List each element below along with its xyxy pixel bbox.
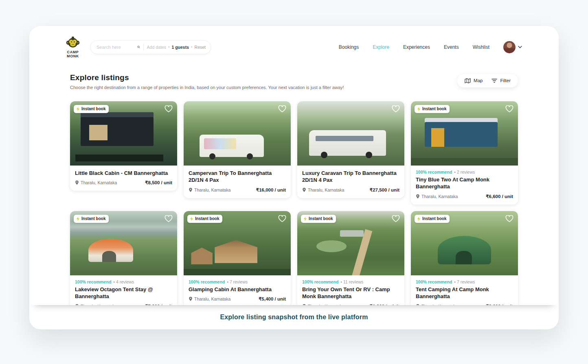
search-input[interactable] (97, 45, 134, 50)
nav-experiences[interactable]: Experiences (403, 44, 430, 50)
separator-dot: • (191, 45, 193, 49)
heart-icon (392, 215, 400, 222)
listing-image[interactable]: Instant book (411, 101, 518, 166)
lightning-icon (190, 216, 193, 221)
nav-wishlist[interactable]: Wishlist (473, 44, 489, 50)
instant-book-label: Instant book (195, 216, 219, 221)
listing-location-text: Tharalu, Karnataka (81, 304, 117, 305)
account-menu[interactable] (503, 41, 522, 53)
location-pin-icon (416, 304, 420, 305)
search-meta: Add dates • 1 guests • Reset (147, 45, 206, 50)
nav-bookings[interactable]: Bookings (339, 44, 359, 50)
listing-title[interactable]: Little Black Cabin - CM Bannerghatta (75, 170, 172, 177)
filter-icon (491, 78, 497, 83)
heart-icon (165, 105, 173, 113)
listing-image[interactable]: Instant book (411, 211, 518, 275)
heart-icon (505, 105, 513, 113)
main-panel: CAMP MONK Add dates • 1 guests • Reset (29, 26, 559, 329)
listing-location-text: Tharalu, Karnataka (308, 304, 344, 305)
map-button[interactable]: Map (465, 78, 483, 83)
listing-title[interactable]: Tiny Blue Two At Camp Monk Bannerghatta (416, 176, 513, 190)
listing-location: Tharalu, Karnataka (189, 187, 230, 192)
listing-image[interactable]: Instant book (70, 101, 177, 166)
heart-icon (165, 215, 173, 222)
instant-book-badge: Instant book (187, 215, 222, 223)
image-detail (431, 128, 444, 147)
recommend-text: 100% recommend (416, 170, 452, 174)
logo-wordmark: CAMP MONK (67, 50, 79, 59)
listing-image[interactable] (297, 101, 404, 166)
listing-location-text: Tharalu, Karnataka (81, 180, 117, 185)
wishlist-heart-button[interactable] (277, 214, 287, 225)
listing-details: 100% recommend • 7 reviews Tent Camping … (411, 275, 518, 305)
lightning-icon (76, 107, 80, 111)
listing-title[interactable]: Lakeview Octagon Tent Stay @ Bannerghatt… (75, 286, 172, 300)
instant-book-label: Instant book (81, 216, 105, 221)
location-price-row: Tharalu, Karnataka ₹7,200 / unit (75, 303, 172, 305)
header: CAMP MONK Add dates • 1 guests • Reset (29, 26, 559, 59)
listing-image[interactable]: Instant book (184, 211, 291, 275)
listing-price: ₹1,200 / adult (370, 303, 399, 305)
listing-image[interactable]: Instant book (297, 211, 404, 275)
listing-location: Tharalu, Karnataka (75, 180, 117, 185)
listing-price: ₹27,500 / unit (370, 187, 399, 193)
listing-location: Tharalu, Karnataka (302, 187, 344, 192)
listing-title[interactable]: Bring Your Own Tent Or RV : Camp Monk Ba… (302, 286, 399, 300)
location-price-row: Tharalu, Karnataka ₹5,400 / unit (189, 296, 286, 302)
wishlist-heart-button[interactable] (164, 105, 173, 115)
wishlist-heart-button[interactable] (391, 214, 401, 225)
reset-button[interactable]: Reset (195, 45, 206, 50)
location-price-row: Tharalu, Karnataka ₹1,200 / adult (302, 303, 399, 305)
listing-price: ₹7,200 / unit (145, 303, 172, 305)
listing-card[interactable]: Instant book 100% recommend • 4 reviews … (70, 211, 177, 305)
map-icon (465, 78, 471, 83)
recommend-line: 100% recommend • 4 reviews (75, 279, 172, 284)
wishlist-heart-button[interactable] (505, 214, 514, 225)
location-pin-icon (416, 194, 420, 199)
page-subtitle: Choose the right destination from a rang… (70, 85, 344, 90)
section-header: Explore listings Choose the right destin… (29, 59, 559, 90)
nav-explore[interactable]: Explore (373, 44, 389, 50)
search-bar[interactable]: Add dates • 1 guests • Reset (90, 40, 211, 54)
heart-icon (278, 105, 286, 113)
listing-card[interactable]: Campervan Trip To Bannerghatta 2D/1N 4 P… (184, 101, 291, 198)
listing-card[interactable]: Instant book Little Black Cabin - CM Ban… (70, 101, 177, 191)
listing-title[interactable]: Tent Camping At Camp Monk Bannerghatta (416, 286, 513, 300)
map-button-label: Map (474, 78, 483, 83)
wishlist-heart-button[interactable] (277, 105, 287, 115)
listing-image[interactable]: Instant book (70, 211, 177, 275)
nav-events[interactable]: Events (444, 44, 459, 50)
location-pin-icon (75, 180, 79, 185)
reviews-text: • 2 reviews (454, 170, 475, 174)
listing-card[interactable]: Instant book 100% recommend • 11 reviews… (297, 211, 404, 305)
lightning-icon (76, 216, 80, 221)
wishlist-heart-button[interactable] (391, 105, 401, 115)
listing-card[interactable]: Instant book 100% recommend • 7 reviews … (411, 211, 518, 305)
listing-image[interactable] (184, 101, 291, 166)
avatar[interactable] (503, 41, 516, 53)
recommend-text: 100% recommend (416, 279, 452, 284)
listing-card[interactable]: Instant book 100% recommend • 7 reviews … (184, 211, 291, 305)
camp-monk-logo[interactable]: CAMP MONK (65, 36, 81, 59)
listing-card[interactable]: Instant book 100% recommend • 2 reviews … (411, 101, 518, 205)
listing-title[interactable]: Campervan Trip To Bannerghatta 2D/1N 4 P… (189, 170, 286, 184)
location-pin-icon (189, 187, 193, 192)
listing-location: Tharalu, Karnataka (416, 194, 458, 199)
listing-title[interactable]: Luxury Caravan Trip To Bannerghatta 2D/1… (302, 170, 399, 184)
listing-card[interactable]: Luxury Caravan Trip To Bannerghatta 2D/1… (297, 101, 404, 198)
listing-title[interactable]: Glamping Cabin At Bannerghatta (189, 286, 286, 293)
instant-book-label: Instant book (422, 107, 446, 111)
wishlist-heart-button[interactable] (164, 214, 173, 225)
monkey-logo-icon (65, 36, 81, 50)
search-icon[interactable] (137, 44, 140, 50)
add-dates-button[interactable]: Add dates (147, 45, 166, 50)
separator-dot: • (168, 45, 170, 49)
listing-details: 100% recommend • 4 reviews Lakeview Octa… (70, 275, 177, 305)
image-detail (316, 136, 373, 141)
location-price-row: Tharalu, Karnataka ₹8,500 / unit (75, 180, 172, 185)
filter-button[interactable]: Filter (491, 78, 511, 83)
guests-count[interactable]: 1 guests (171, 45, 189, 50)
location-price-row: Tharalu, Karnataka ₹6,600 / unit (416, 194, 513, 199)
wishlist-heart-button[interactable] (505, 105, 514, 115)
location-pin-icon (302, 304, 306, 305)
